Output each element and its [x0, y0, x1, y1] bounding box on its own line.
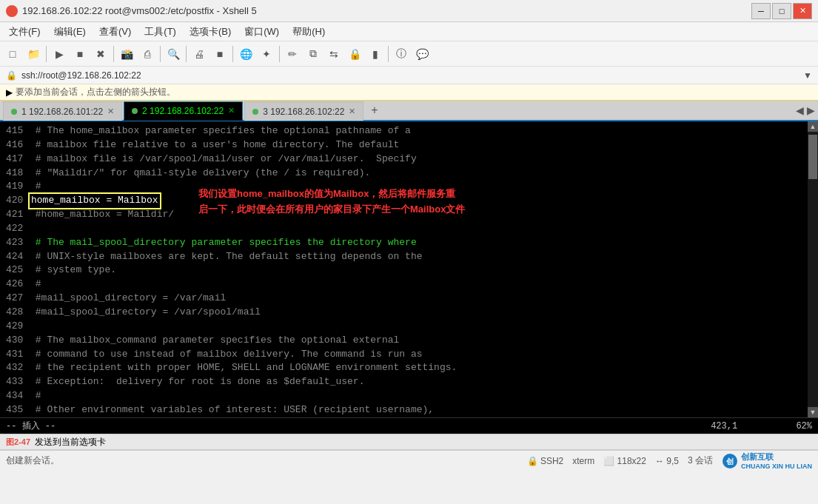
toolbar-btn-7[interactable]: ⎙ — [138, 44, 157, 64]
tab-close-3[interactable]: ✕ — [349, 107, 355, 116]
toolbar-btn-13[interactable]: ⧉ — [304, 44, 323, 64]
scroll-thumb[interactable] — [808, 135, 817, 179]
new-session-link[interactable]: 创建新会话。 — [6, 454, 59, 467]
logo-subtext: CHUANG XIN HU LIAN — [741, 463, 812, 470]
scroll-down-button[interactable]: ▼ — [808, 407, 818, 417]
toolbar-btn-14[interactable]: ⇆ — [324, 44, 343, 64]
tab-dot-1 — [11, 109, 17, 115]
tab-label-1: 1 192.168.26.101:22 — [21, 107, 103, 117]
toolbar-sep-2 — [113, 46, 114, 62]
window-controls: ─ □ ✕ — [751, 3, 812, 19]
menu-tabs[interactable]: 选项卡(B) — [184, 24, 237, 40]
terminal-line-418: 418 # "Maildir/" for qmail-style deliver… — [6, 167, 802, 181]
toolbar-btn-16[interactable]: ▮ — [366, 44, 385, 64]
maximize-button[interactable]: □ — [772, 3, 791, 19]
window-title: 192.168.26.102:22 root@vms002:/etc/postf… — [22, 5, 257, 16]
terminal-line-431: 431 # command to use instead of mailbox … — [6, 348, 802, 362]
terminal-line-416: 416 # mailbox file relative to a user's … — [6, 138, 802, 152]
new-tab-button[interactable]: □ — [3, 44, 22, 64]
title-bar: 192.168.26.102:22 root@vms002:/etc/postf… — [0, 0, 818, 22]
menu-edit[interactable]: 编辑(E) — [48, 24, 92, 40]
menu-view[interactable]: 查看(V) — [93, 24, 137, 40]
tab-3[interactable]: 3 192.168.26.102:22 ✕ — [244, 101, 363, 121]
annotation-text: 我们设置home_mailbox的值为Mailbox，然后将邮件服务重 启一下，… — [198, 187, 465, 218]
scrollbar[interactable]: ▲ ▼ — [808, 121, 818, 417]
tab-close-2[interactable]: ✕ — [228, 106, 235, 115]
close-button[interactable]: ✕ — [793, 3, 812, 19]
logo-icon: 创 — [722, 453, 738, 469]
terminal-line-424: 424 # UNIX-style mailboxes are kept. The… — [6, 250, 802, 264]
app-icon — [6, 5, 18, 17]
tab-nav-prev[interactable]: ◀ — [796, 104, 804, 116]
toolbar-btn-10[interactable]: 🌐 — [236, 44, 255, 64]
scroll-percent: 62% — [796, 421, 812, 431]
toolbar-sep-7 — [388, 46, 389, 62]
lock-icon: 🔒 — [6, 70, 17, 81]
toolbar: □ 📁 ▶ ■ ✖ 📸 ⎙ 🔍 🖨 ■ 🌐 ✦ ✏ ⧉ ⇆ 🔒 ▮ ⓘ 💬 — [0, 41, 818, 67]
toolbar-sep-5 — [232, 46, 233, 62]
menu-help[interactable]: 帮助(H) — [286, 24, 331, 40]
toolbar-sep-1 — [46, 46, 47, 62]
terminal-line-415: 415 # The home_mailbox parameter specifi… — [6, 124, 802, 138]
terminal-line-433: 433 # Exception: delivery for root is do… — [6, 375, 802, 389]
tab-2[interactable]: 2 192.168.26.102:22 ✕ — [124, 101, 243, 121]
tab-dot-2 — [132, 108, 138, 114]
terminal-status-bar: -- 插入 -- 423,1 62% — [0, 417, 818, 434]
minimize-button[interactable]: ─ — [751, 3, 771, 19]
terminal-line-434: 434 # — [6, 389, 802, 403]
title-bar-left: 192.168.26.102:22 root@vms002:/etc/postf… — [6, 5, 257, 17]
cursor-pos: ↔ 9,5 — [655, 456, 679, 466]
add-tab-button[interactable]: + — [365, 101, 383, 120]
address-dropdown-icon[interactable]: ▼ — [803, 70, 812, 81]
cursor-position: 423,1 62% — [711, 421, 812, 431]
info-message: 要添加当前会话，点击左侧的箭头按钮。 — [16, 86, 175, 98]
terminal-line-429: 429 — [6, 320, 802, 334]
info-arrow-icon: ▶ — [6, 87, 13, 98]
terminal-line-435: 435 # Other environment variables of int… — [6, 403, 802, 417]
toolbar-btn-12[interactable]: ✏ — [283, 44, 302, 64]
toolbar-btn-11[interactable]: ✦ — [257, 44, 276, 64]
toolbar-btn-9[interactable]: ■ — [210, 44, 229, 64]
print-button[interactable]: 🖨 — [190, 44, 209, 64]
company-logo: 创 创新互联 CHUANG XIN HU LIAN — [722, 451, 812, 470]
menu-file[interactable]: 文件(F) — [3, 24, 47, 40]
tab-label-2: 2 192.168.26.102:22 — [142, 106, 224, 116]
terminal-line-430: 430 # The mailbox_command parameter spec… — [6, 334, 802, 348]
toolbar-btn-4[interactable]: ■ — [70, 44, 90, 64]
help-button[interactable]: ⓘ — [392, 44, 411, 64]
info-bar: ▶ 要添加当前会话，点击左侧的箭头按钮。 — [0, 84, 818, 101]
chat-button[interactable]: 💬 — [412, 44, 432, 64]
terminal-line-432: 432 # the recipient with proper HOME, SH… — [6, 361, 802, 375]
terminal-line-423: 423 # The mail_spool_directory parameter… — [6, 236, 802, 250]
logo-text: 创新互联 — [741, 451, 812, 463]
tab-dot-3 — [252, 109, 258, 115]
toolbar-btn-5[interactable]: ✖ — [91, 44, 110, 64]
svg-text:创: 创 — [725, 457, 734, 466]
address-bar: 🔒 ssh://root@192.168.26.102:22 ▼ — [0, 67, 818, 84]
open-button[interactable]: 📁 — [24, 44, 43, 64]
session-count: 3 会话 — [688, 454, 713, 467]
caption-bar: 图2-47 发送到当前选项卡 — [0, 434, 818, 450]
terminal-line-426: 426 # — [6, 278, 802, 292]
toolbar-btn-6[interactable]: 📸 — [117, 44, 136, 64]
terminal-line-428: 428 #mail_spool_directory = /var/spool/m… — [6, 306, 802, 320]
ssh-protocol: 🔒 SSH2 — [527, 456, 564, 466]
toolbar-btn-3[interactable]: ▶ — [50, 44, 69, 64]
terminal[interactable]: 415 # The home_mailbox parameter specifi… — [0, 121, 808, 417]
search-button[interactable]: 🔍 — [164, 44, 183, 64]
terminal-line-427: 427 #mail_spool_directory = /var/mail — [6, 292, 802, 306]
scroll-up-button[interactable]: ▲ — [808, 121, 818, 132]
menu-bar: 文件(F) 编辑(E) 查看(V) 工具(T) 选项卡(B) 窗口(W) 帮助(… — [0, 22, 818, 41]
menu-window[interactable]: 窗口(W) — [238, 24, 285, 40]
tab-nav-next[interactable]: ▶ — [807, 104, 815, 116]
tab-1[interactable]: 1 192.168.26.101:22 ✕ — [3, 101, 122, 121]
toolbar-sep-3 — [160, 46, 161, 62]
toolbar-btn-15[interactable]: 🔒 — [345, 44, 364, 64]
tab-label-3: 3 192.168.26.102:22 — [263, 107, 344, 117]
toolbar-sep-4 — [186, 46, 187, 62]
toolbar-sep-6 — [279, 46, 280, 62]
tab-close-1[interactable]: ✕ — [107, 107, 114, 116]
menu-tools[interactable]: 工具(T) — [138, 24, 182, 40]
address-text: ssh://root@192.168.26.102:22 — [21, 70, 799, 81]
tab-bar: 1 192.168.26.101:22 ✕ 2 192.168.26.102:2… — [0, 101, 818, 121]
